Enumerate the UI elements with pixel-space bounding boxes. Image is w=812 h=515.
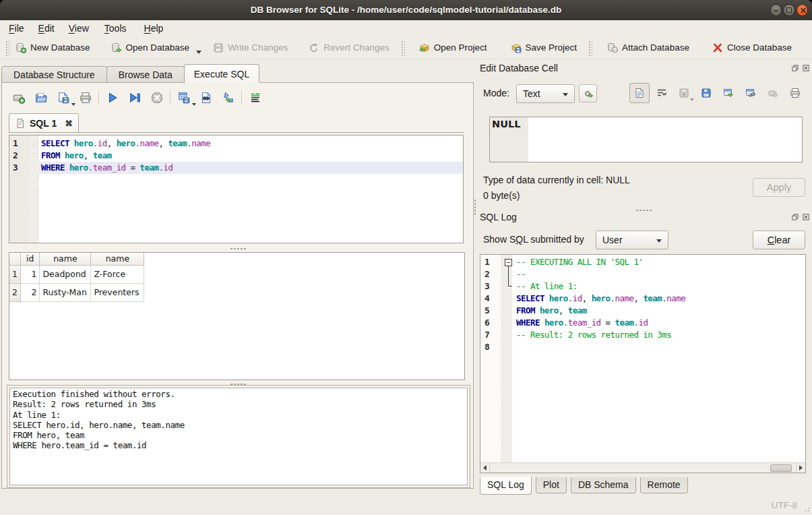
execution-message-frame: Execution finished without errors.Result…	[7, 385, 470, 488]
message-line: At line 1:	[13, 410, 464, 420]
grid-cell[interactable]: 1	[21, 265, 40, 283]
menu-tools[interactable]: Tools	[100, 21, 131, 36]
dropdown-arrow-icon[interactable]	[196, 51, 201, 54]
tab-sql-1[interactable]: SQL 1 ✖	[9, 113, 79, 132]
splitter-dots-icon	[635, 208, 653, 211]
copy-link-icon	[745, 88, 756, 98]
editor-grid-splitter[interactable]	[2, 245, 474, 250]
apply-button[interactable]: Apply	[753, 178, 805, 197]
copy-link-button[interactable]	[741, 83, 761, 103]
attach-database-button[interactable]: Attach Database	[598, 38, 698, 58]
tab-execute-sql[interactable]: Execute SQL	[184, 64, 260, 83]
revert-changes-button[interactable]: Revert Changes	[300, 38, 398, 58]
scrollbar-thumb[interactable]	[770, 464, 792, 472]
sql-editor-line-numbers: 123	[9, 138, 29, 174]
stop-button[interactable]	[146, 88, 168, 107]
scroll-left-icon[interactable]	[480, 463, 490, 473]
menu-help[interactable]: Help	[140, 21, 168, 36]
toolbar-button-label: Save Project	[526, 42, 577, 53]
close-database-icon	[712, 42, 723, 53]
code-line: -- At line 1:	[514, 280, 805, 293]
tab-close-icon[interactable]: ✖	[65, 119, 73, 128]
replace-icon: ba	[222, 92, 235, 104]
open-sql-file-icon	[35, 92, 47, 104]
execute-all-button[interactable]	[101, 88, 123, 107]
print-cell-button[interactable]	[785, 83, 805, 103]
toolbar-handle[interactable]	[400, 40, 405, 56]
sql-log-editor[interactable]: 12345678 -- EXECUTING ALL IN 'SQL 1'----…	[480, 254, 806, 473]
export-results-button[interactable]	[173, 88, 195, 107]
save-project-button[interactable]: Save Project	[502, 38, 586, 58]
code-line: --	[514, 268, 805, 280]
dropdown-arrow-icon[interactable]	[690, 98, 694, 101]
minimize-button[interactable]	[770, 4, 782, 16]
line-number: 1	[9, 138, 29, 150]
menu-file[interactable]: File	[5, 21, 28, 36]
menu-edit[interactable]: Edit	[34, 21, 59, 36]
dock-splitter[interactable]	[476, 207, 812, 212]
dock-close-icon[interactable]	[802, 64, 810, 72]
grid-corner[interactable]	[9, 253, 21, 265]
toolbar-handle[interactable]	[588, 40, 592, 56]
tab-browse-data[interactable]: Browse Data	[106, 66, 185, 83]
column-header-name[interactable]: name	[91, 253, 144, 265]
execution-message[interactable]: Execution finished without errors.Result…	[9, 388, 468, 485]
export-data-button[interactable]	[696, 83, 716, 103]
log-horizontal-scrollbar[interactable]	[480, 462, 805, 473]
fold-collapse-icon[interactable]	[505, 259, 512, 266]
set-null-button[interactable]	[763, 83, 783, 103]
cell-value-editor[interactable]: NULL	[489, 117, 803, 162]
grid-cell[interactable]: Deadpond	[40, 265, 91, 283]
fold-range-line	[508, 266, 512, 286]
sql-editor[interactable]: 123 SELECT hero.id, hero.name, team.name…	[9, 135, 464, 243]
find-button[interactable]	[195, 88, 217, 107]
save-sql-file-button[interactable]	[52, 88, 74, 107]
open-external-button[interactable]	[718, 83, 739, 103]
replace-button[interactable]: ba	[217, 88, 239, 107]
menu-view[interactable]: View	[65, 21, 93, 36]
code-line: WHERE hero.team_id = team.id	[514, 317, 805, 329]
grid-cell[interactable]: Z-Force	[91, 265, 144, 283]
import-settings-button[interactable]	[579, 84, 597, 102]
print-button[interactable]	[74, 88, 96, 107]
dock-tab-plot[interactable]: Plot	[536, 477, 567, 493]
grid-cell[interactable]: 2	[21, 283, 40, 301]
float-icon[interactable]	[791, 213, 799, 221]
dock-close-icon[interactable]	[802, 213, 810, 221]
grid-cell[interactable]: Rusty-Man	[40, 283, 91, 301]
close-button[interactable]	[797, 4, 809, 16]
text-mode-button[interactable]	[629, 83, 650, 103]
execute-line-button[interactable]	[123, 88, 146, 107]
column-header-name[interactable]: name	[40, 253, 91, 265]
resize-grip-icon[interactable]	[802, 504, 811, 513]
dock-tab-remote[interactable]: Remote	[640, 477, 688, 493]
toolbar-separator	[241, 90, 242, 105]
new-database-button[interactable]: New Database	[7, 38, 99, 58]
code-line: SELECT hero.id, hero.name, team.name	[514, 293, 805, 305]
row-header[interactable]: 1	[9, 265, 21, 283]
close-database-button[interactable]: Close Database	[704, 38, 801, 58]
mode-combobox[interactable]: Text	[516, 84, 575, 103]
format-sql-button[interactable]	[244, 88, 266, 107]
dock-tab-sql-log[interactable]: SQL Log	[480, 477, 532, 495]
word-wrap-button[interactable]	[652, 83, 672, 103]
log-filter-value: User	[602, 235, 623, 245]
open-sql-file-button[interactable]	[30, 88, 52, 107]
import-data-button[interactable]	[674, 83, 694, 103]
clear-button[interactable]: Clear	[753, 231, 805, 249]
row-header[interactable]: 2	[9, 283, 21, 301]
log-filter-combobox[interactable]: User	[596, 231, 668, 249]
maximize-button[interactable]	[783, 4, 795, 16]
column-header-id[interactable]: id	[21, 253, 40, 265]
grid-cell[interactable]: Preventers	[91, 283, 144, 301]
main-toolbar: New DatabaseOpen DatabaseWrite ChangesRe…	[0, 36, 812, 59]
scroll-right-icon[interactable]	[796, 463, 805, 473]
new-sql-tab-button[interactable]	[7, 88, 30, 107]
open-project-button[interactable]: Open Project	[410, 38, 496, 58]
write-changes-button[interactable]: Write Changes	[204, 38, 296, 58]
dock-tab-db-schema[interactable]: DB Schema	[571, 477, 636, 493]
tab-database-structure[interactable]: Database Structure	[1, 66, 107, 83]
float-icon[interactable]	[791, 64, 799, 72]
main-dock-splitter[interactable]	[472, 198, 476, 218]
open-database-button[interactable]: Open Database	[102, 38, 211, 58]
